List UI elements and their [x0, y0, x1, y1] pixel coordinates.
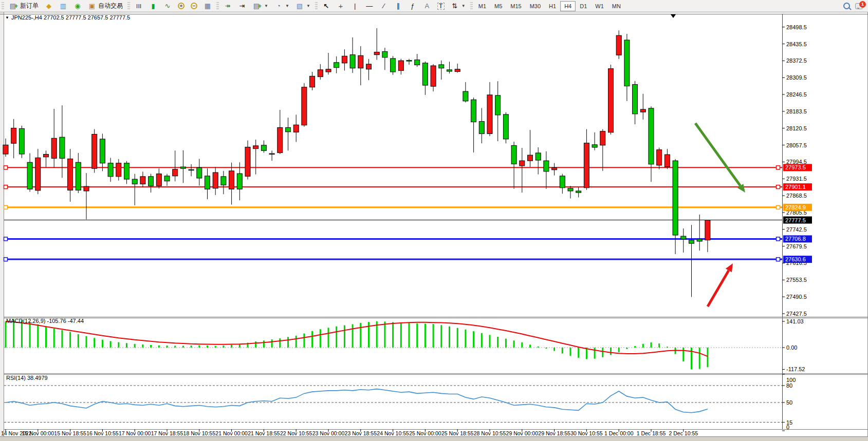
toolbar-grip[interactable]	[216, 2, 219, 10]
hline-handle[interactable]	[777, 258, 780, 261]
down-trend-arrow[interactable]	[695, 123, 745, 193]
arrows-tool-button[interactable]: ⇅▼	[448, 1, 469, 12]
price-tick-label: 27931.5	[786, 176, 807, 182]
vertical-line-tool-button[interactable]: |	[348, 1, 362, 12]
auto-trading-button[interactable]: ▣ 自动交易	[85, 1, 126, 12]
candle	[278, 110, 283, 154]
macd-bar	[707, 348, 708, 367]
templates-icon: ▧	[296, 2, 304, 10]
candlestick-chart-button[interactable]: ▮	[146, 1, 160, 12]
timeframe-m1[interactable]: M1	[474, 1, 490, 11]
timeframe-d1[interactable]: D1	[576, 1, 591, 11]
macd-bar	[167, 346, 168, 348]
timeframe-m30[interactable]: M30	[526, 1, 545, 11]
trendline-tool-button[interactable]: ∕	[377, 1, 391, 12]
candle	[503, 112, 508, 143]
up-bounce-arrow[interactable]	[708, 263, 733, 306]
zoom-out-button[interactable]: −	[188, 1, 200, 12]
symbol-dropdown-icon[interactable]: ▼	[5, 15, 9, 20]
market-watch-button[interactable]: ◆	[42, 1, 56, 12]
text-label-tool-button[interactable]: T	[434, 1, 448, 12]
templates-button[interactable]: ▧▼	[292, 1, 313, 12]
signals-button[interactable]: ◉	[70, 1, 85, 12]
price-tick-label: 28246.5	[786, 91, 807, 98]
time-tick-label: 28 Nov 10:55	[474, 430, 506, 436]
toolbar-grip[interactable]	[470, 2, 473, 10]
candle	[286, 118, 291, 150]
rsi-tick-label: 80	[786, 382, 792, 389]
vertical-line-icon: |	[351, 2, 359, 10]
bar-chart-button[interactable]: ☰	[132, 1, 146, 12]
time-tick-label: 1 Dec 00:00	[604, 430, 634, 436]
time-tick-label: 25 Nov 00:00	[409, 430, 441, 436]
timeframe-w1[interactable]: W1	[591, 1, 608, 11]
candle	[334, 56, 339, 73]
hline-handle[interactable]	[4, 237, 8, 241]
candle	[310, 72, 315, 90]
new-chart-button[interactable]: ▤+▼	[249, 1, 271, 12]
zoom-in-button[interactable]: +	[175, 1, 188, 12]
cursor-icon: ↖	[322, 2, 330, 10]
candle	[108, 158, 113, 182]
macd-bar	[69, 332, 71, 348]
timeframe-mn[interactable]: MN	[608, 1, 625, 11]
line-chart-button[interactable]: ∿	[160, 1, 175, 12]
search-icon[interactable]	[843, 3, 850, 9]
macd-bar	[384, 321, 385, 348]
macd-bar	[198, 346, 200, 348]
chart-shift-marker[interactable]	[671, 14, 676, 18]
text-icon: A	[423, 2, 431, 10]
price-tick-label: 27868.5	[786, 193, 807, 199]
timeframe-m15[interactable]: M15	[506, 1, 525, 11]
macd-bar	[78, 334, 79, 348]
channel-tool-button[interactable]: ∥	[391, 1, 405, 12]
toolbar-grip[interactable]	[2, 2, 4, 10]
toolbar-grip[interactable]	[315, 2, 318, 10]
candle	[68, 149, 73, 202]
data-window-button[interactable]: ▥	[56, 1, 70, 12]
hline-handle[interactable]	[777, 205, 780, 209]
hline-handle[interactable]	[4, 166, 8, 169]
cursor-tool-button[interactable]: ↖	[319, 1, 334, 12]
timeframe-m5[interactable]: M5	[490, 1, 506, 11]
rsi-tick-label: 0	[786, 424, 789, 430]
timeframe-h4[interactable]: H4	[560, 1, 576, 11]
candle	[649, 106, 654, 182]
macd-bar	[255, 341, 256, 348]
fibonacci-tool-button[interactable]: ƒ	[405, 1, 420, 12]
candle	[116, 159, 121, 181]
chat-icon[interactable]: 1	[855, 3, 863, 9]
price-tag-27630.6: 27630.6	[783, 256, 812, 263]
hline-handle[interactable]	[777, 166, 780, 169]
chart-shift-button[interactable]: ⇥	[235, 1, 249, 12]
hline-handle[interactable]	[4, 185, 8, 189]
macd-label: MACD(12,26,9) -105.76 -47.44	[6, 318, 84, 324]
toolbar-grip[interactable]	[127, 2, 130, 10]
hline-handle[interactable]	[4, 258, 8, 261]
period-button[interactable]: ◔▼	[271, 1, 292, 12]
hline-handle[interactable]	[777, 237, 780, 241]
new-order-button[interactable]: ▤+ 新订单	[6, 1, 42, 12]
auto-scroll-button[interactable]: ↠	[220, 1, 235, 12]
hline-handle[interactable]	[4, 205, 8, 209]
rsi-tick-label: 50	[786, 399, 792, 406]
macd-bar	[481, 333, 483, 348]
candle	[197, 159, 202, 185]
candle	[318, 64, 323, 80]
timeframe-h1[interactable]: H1	[545, 1, 560, 11]
tile-windows-button[interactable]: ▦	[200, 1, 215, 12]
candle	[92, 129, 97, 173]
chart-area[interactable]: ▼JPN225-,H4 27702.5 27777.5 27657.5 2777…	[0, 0, 868, 441]
macd-bar	[320, 329, 321, 348]
price-tag-27706.8: 27706.8	[783, 235, 812, 242]
time-tick-label: 21 Nov 00:00	[215, 430, 248, 436]
crosshair-tool-button[interactable]: +	[334, 1, 348, 12]
horizontal-line-tool-button[interactable]: —	[362, 1, 377, 12]
svg-text:27973.5: 27973.5	[785, 164, 806, 170]
price-tag-27901.1: 27901.1	[783, 183, 812, 190]
macd-bar	[513, 340, 515, 348]
hline-handle[interactable]	[777, 185, 780, 189]
text-tool-button[interactable]: A	[420, 1, 434, 12]
candle	[633, 81, 638, 124]
data-window-icon: ▥	[59, 2, 67, 10]
